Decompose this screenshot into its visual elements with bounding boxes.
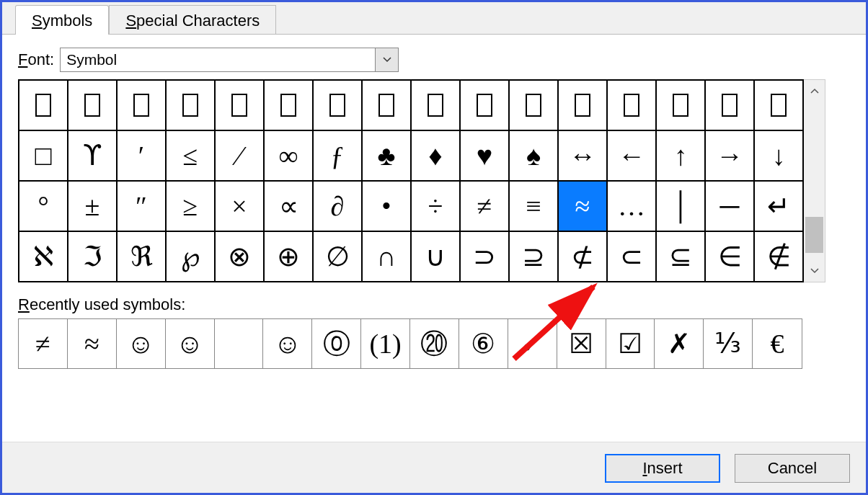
symbol-cell[interactable] [754, 80, 803, 130]
symbol-cell[interactable] [117, 80, 166, 130]
symbol-cell[interactable]: ≥ [166, 181, 215, 231]
symbol-cell[interactable] [656, 80, 705, 130]
symbol-cell[interactable] [215, 80, 264, 130]
symbol-cell[interactable]: ↵ [754, 181, 803, 231]
symbol-cell[interactable]: ÷ [411, 181, 460, 231]
symbol-cell[interactable]: ϒ [68, 130, 117, 181]
empty-glyph-icon [35, 94, 51, 117]
symbol-cell[interactable]: ♦ [411, 130, 460, 181]
symbol-cell[interactable]: ♠ [509, 130, 558, 181]
symbol-cell[interactable]: ⊕ [264, 231, 313, 282]
symbol-cell[interactable]: × [215, 181, 264, 231]
symbol-cell[interactable]: ′ [117, 130, 166, 181]
scroll-down-button[interactable] [804, 260, 825, 282]
symbol-cell[interactable]: ∝ [264, 181, 313, 231]
symbol-cell[interactable]: ─ [705, 181, 754, 231]
symbol-cell[interactable] [411, 80, 460, 130]
recent-symbol-cell[interactable] [215, 319, 264, 368]
symbol-cell[interactable]: ≠ [460, 181, 509, 231]
recent-symbol-cell[interactable]: (1) [361, 319, 410, 368]
symbol-cell[interactable] [313, 80, 362, 130]
recent-symbol-cell[interactable]: ☺ [166, 319, 215, 368]
symbol-cell[interactable] [19, 80, 68, 130]
symbol-cell[interactable]: ≈ [558, 181, 607, 231]
symbol-cell[interactable]: ♣ [362, 130, 411, 181]
recent-symbol-cell[interactable]: ⑥ [459, 319, 508, 368]
recent-symbol-cell[interactable]: ⅓ [704, 319, 753, 368]
recent-symbol-cell[interactable]: ✓ [508, 319, 557, 368]
recent-symbol-cell[interactable]: ☺ [263, 319, 312, 368]
symbol-cell[interactable] [607, 80, 656, 130]
tab-symbols[interactable]: Symbols [15, 5, 109, 35]
chevron-down-icon [810, 268, 819, 274]
scroll-thumb[interactable] [805, 217, 823, 253]
recent-symbol-cell[interactable]: ≈ [68, 319, 117, 368]
symbol-cell[interactable]: ♥ [460, 130, 509, 181]
symbol-cell[interactable] [558, 80, 607, 130]
symbol-cell[interactable]: ° [19, 181, 68, 231]
symbol-cell[interactable]: ∩ [362, 231, 411, 282]
recent-symbol-cell[interactable]: ≠ [19, 319, 68, 368]
cancel-button[interactable]: Cancel [735, 454, 850, 483]
empty-glyph-icon [329, 94, 345, 117]
symbol-cell[interactable]: ≤ [166, 130, 215, 181]
symbol-cell[interactable]: □ [19, 130, 68, 181]
symbol-cell[interactable]: … [607, 181, 656, 231]
symbol-cell[interactable]: ⁄ [215, 130, 264, 181]
symbol-cell[interactable]: ƒ [313, 130, 362, 181]
font-dropdown-button[interactable] [375, 48, 398, 71]
symbol-cell[interactable]: ∞ [264, 130, 313, 181]
symbol-cell[interactable]: ℘ [166, 231, 215, 282]
symbol-cell[interactable]: ℑ [68, 231, 117, 282]
dialog-button-row: Insert Cancel [2, 442, 866, 493]
symbol-cell[interactable] [362, 80, 411, 130]
recent-symbol-cell[interactable]: € [753, 319, 802, 368]
insert-button[interactable]: Insert [605, 454, 720, 483]
symbol-cell[interactable]: ⊗ [215, 231, 264, 282]
symbol-cell[interactable]: ⊃ [460, 231, 509, 282]
recent-symbol-cell[interactable]: ⑳ [410, 319, 459, 368]
symbol-cell[interactable] [68, 80, 117, 130]
symbol-cell[interactable]: ⊇ [509, 231, 558, 282]
empty-glyph-icon [477, 94, 492, 117]
scroll-track[interactable] [804, 102, 825, 260]
recent-symbol-cell[interactable]: ☑ [606, 319, 655, 368]
empty-glyph-icon [722, 94, 738, 117]
symbol-cell[interactable]: • [362, 181, 411, 231]
symbol-cell[interactable] [509, 80, 558, 130]
scroll-up-button[interactable] [804, 80, 825, 102]
grid-scrollbar[interactable] [804, 79, 825, 282]
symbol-cell[interactable]: ∉ [754, 231, 803, 282]
symbol-cell[interactable]: ∪ [411, 231, 460, 282]
symbol-cell[interactable]: ± [68, 181, 117, 231]
symbol-cell[interactable]: ↓ [754, 130, 803, 181]
symbol-cell[interactable]: ″ [117, 181, 166, 231]
symbol-cell[interactable]: ∈ [705, 231, 754, 282]
symbol-cell[interactable]: ℜ [117, 231, 166, 282]
chevron-down-icon [383, 57, 391, 63]
symbol-cell[interactable]: ∅ [313, 231, 362, 282]
recent-symbol-cell[interactable]: ⓪ [312, 319, 361, 368]
symbol-cell[interactable]: → [705, 130, 754, 181]
chevron-up-icon [810, 88, 819, 94]
symbol-cell[interactable]: ⊆ [656, 231, 705, 282]
symbol-cell[interactable] [166, 80, 215, 130]
symbol-cell[interactable]: ⊂ [607, 231, 656, 282]
symbol-cell[interactable]: ← [607, 130, 656, 181]
recent-symbol-cell[interactable]: ✗ [655, 319, 704, 368]
symbol-cell[interactable] [460, 80, 509, 130]
symbol-cell[interactable]: ∂ [313, 181, 362, 231]
symbol-cell[interactable]: ⊄ [558, 231, 607, 282]
symbol-cell[interactable]: ↑ [656, 130, 705, 181]
symbol-cell[interactable]: ↔ [558, 130, 607, 181]
symbol-cell[interactable] [705, 80, 754, 130]
recent-symbol-cell[interactable]: ☺ [117, 319, 166, 368]
symbol-cell[interactable]: │ [656, 181, 705, 231]
symbol-cell[interactable] [264, 80, 313, 130]
font-select[interactable]: Symbol [60, 48, 399, 72]
recent-symbol-cell[interactable]: ☒ [557, 319, 606, 368]
tab-special-characters[interactable]: Special Characters [109, 5, 276, 35]
symbol-grid-wrap: □ϒ′≤⁄∞ƒ♣♦♥♠↔←↑→↓°±″≥×∝∂•÷≠≡≈…│─↵ℵℑℜ℘⊗⊕∅∩… [18, 79, 850, 282]
symbol-cell[interactable]: ℵ [19, 231, 68, 282]
symbol-cell[interactable]: ≡ [509, 181, 558, 231]
